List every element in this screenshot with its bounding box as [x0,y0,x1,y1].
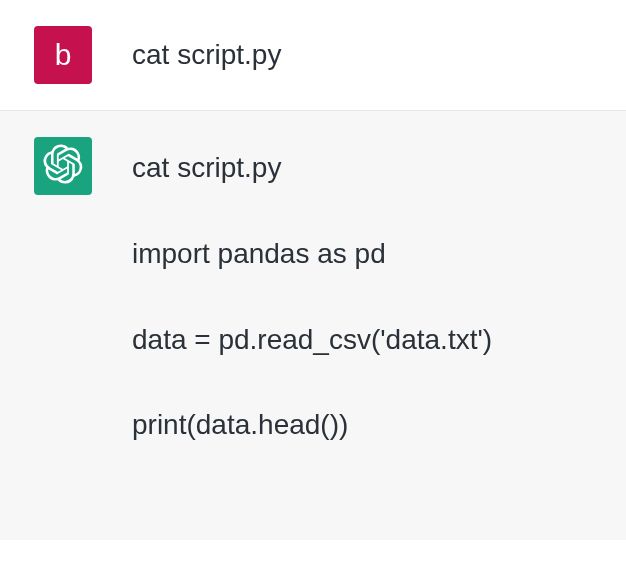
assistant-para-0: cat script.py [132,149,592,187]
user-message-text: cat script.py [132,36,592,74]
assistant-para-2: data = pd.read_csv('data.txt') [132,321,592,359]
assistant-message-content: cat script.py import pandas as pd data =… [132,137,592,444]
assistant-avatar [34,137,92,195]
assistant-para-1: import pandas as pd [132,235,592,273]
assistant-para-3: print(data.head()) [132,406,592,444]
assistant-message: cat script.py import pandas as pd data =… [0,110,626,540]
user-message-content: cat script.py [132,26,592,74]
user-avatar-letter: b [55,40,72,70]
openai-logo-icon [43,144,83,188]
user-avatar: b [34,26,92,84]
user-message: b cat script.py [0,0,626,110]
